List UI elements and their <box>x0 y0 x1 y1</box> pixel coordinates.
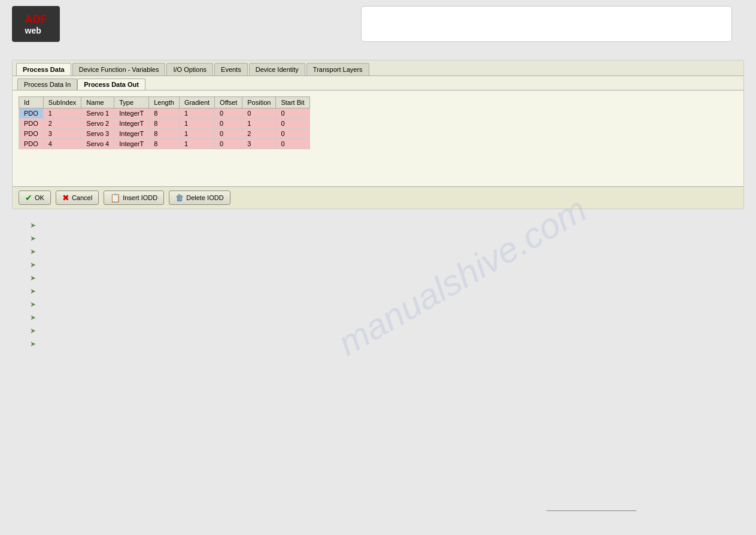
cell-position-3: 2 <box>242 129 276 139</box>
delete-icon: 🗑 <box>175 193 184 202</box>
cell-offset-1: 0 <box>215 108 242 119</box>
arrow-icon-5: ➤ <box>30 274 36 282</box>
cell-gradient-4: 1 <box>179 139 214 149</box>
cell-name-1: Servo 1 <box>81 108 114 119</box>
delete-iodd-button[interactable]: 🗑 Delete IODD <box>169 191 230 205</box>
cell-offset-4: 0 <box>215 139 242 149</box>
bottom-section: ➤ ➤ ➤ ➤ ➤ ➤ ➤ ➤ <box>12 215 744 359</box>
col-header-length: Length <box>149 97 180 108</box>
col-header-offset: Offset <box>215 97 242 108</box>
col-header-start-bit: Start Bit <box>276 97 309 108</box>
cancel-icon: ✖ <box>62 193 69 202</box>
col-header-subindex: SubIndex <box>43 97 81 108</box>
cell-gradient-3: 1 <box>179 129 214 139</box>
ok-icon: ✔ <box>25 193 32 202</box>
cell-name-4: Servo 4 <box>81 139 114 149</box>
arrow-icon-2: ➤ <box>30 234 36 243</box>
cell-id-4: PDO <box>19 139 44 149</box>
cell-startbit-2: 0 <box>276 119 309 129</box>
table-header-row: Id SubIndex Name Type Length Gradient Of… <box>19 97 310 108</box>
cell-type-2: IntegerT <box>114 119 149 129</box>
insert-iodd-button[interactable]: 📋 Insert IODD <box>104 191 164 205</box>
logo-bottom: web <box>25 26 47 35</box>
col-header-id: Id <box>19 97 44 108</box>
cell-startbit-4: 0 <box>276 139 309 149</box>
logo-top: ADF <box>25 13 47 26</box>
list-item: ➤ <box>30 327 726 335</box>
list-item: ➤ <box>30 221 726 229</box>
cancel-button[interactable]: ✖ Cancel <box>56 191 99 205</box>
cell-subindex-1: 1 <box>43 108 81 119</box>
cell-position-4: 3 <box>242 139 276 149</box>
cell-gradient-1: 1 <box>179 108 214 119</box>
ok-label: OK <box>35 194 44 201</box>
arrow-icon-4: ➤ <box>30 261 36 269</box>
delete-label: Delete IODD <box>186 194 223 201</box>
cell-offset-2: 0 <box>215 119 242 129</box>
arrow-icon-3: ➤ <box>30 247 36 256</box>
table-row[interactable]: PDO 1 Servo 1 IntegerT 8 1 0 0 0 <box>19 108 310 119</box>
cell-startbit-3: 0 <box>276 129 309 139</box>
cell-id-1: PDO <box>19 108 44 119</box>
arrow-icon-7: ➤ <box>30 300 36 309</box>
subtab-process-data-out[interactable]: Process Data Out <box>77 78 145 90</box>
cell-length-4: 8 <box>149 139 180 149</box>
cell-subindex-2: 2 <box>43 119 81 129</box>
list-item: ➤ <box>30 300 726 309</box>
table-row[interactable]: PDO 3 Servo 3 IntegerT 8 1 0 2 0 <box>19 129 310 139</box>
cell-offset-3: 0 <box>215 129 242 139</box>
tab-container: Process Data Device Function - Variables… <box>12 60 744 209</box>
cell-id-2: PDO <box>19 119 44 129</box>
table-area: Id SubIndex Name Type Length Gradient Of… <box>13 90 743 186</box>
table-row[interactable]: PDO 4 Servo 4 IntegerT 8 1 0 3 0 <box>19 139 310 149</box>
data-table: Id SubIndex Name Type Length Gradient Of… <box>19 96 310 149</box>
list-item: ➤ <box>30 313 726 322</box>
header-input-area <box>361 6 732 42</box>
arrow-icon-9: ➤ <box>30 327 36 335</box>
cell-length-3: 8 <box>149 129 180 139</box>
cell-subindex-4: 4 <box>43 139 81 149</box>
buttons-area: ✔ OK ✖ Cancel 📋 Insert IODD 🗑 Delete IOD… <box>13 186 743 208</box>
cell-position-1: 0 <box>242 108 276 119</box>
col-header-type: Type <box>114 97 149 108</box>
arrow-icon-1: ➤ <box>30 221 36 229</box>
top-tabs: Process Data Device Function - Variables… <box>13 61 743 76</box>
arrow-icon-6: ➤ <box>30 287 36 295</box>
cell-length-2: 8 <box>149 119 180 129</box>
list-item: ➤ <box>30 247 726 256</box>
cell-startbit-1: 0 <box>276 108 309 119</box>
cell-name-2: Servo 2 <box>81 119 114 129</box>
arrow-icon-8: ➤ <box>30 313 36 322</box>
header: ADF web <box>0 0 756 48</box>
insert-label: Insert IODD <box>123 194 157 201</box>
ok-button[interactable]: ✔ OK <box>19 191 51 205</box>
cell-name-3: Servo 3 <box>81 129 114 139</box>
list-item: ➤ <box>30 274 726 282</box>
tab-io-options[interactable]: I/O Options <box>166 63 213 75</box>
cell-length-1: 8 <box>149 108 180 119</box>
list-item: ➤ <box>30 340 726 348</box>
footer-line <box>546 510 636 511</box>
tab-events[interactable]: Events <box>214 63 248 75</box>
subtab-process-data-in[interactable]: Process Data In <box>17 78 77 90</box>
logo: ADF web <box>12 6 60 42</box>
cell-type-4: IntegerT <box>114 139 149 149</box>
arrow-icon-10: ➤ <box>30 340 36 348</box>
cell-id-3: PDO <box>19 129 44 139</box>
col-header-gradient: Gradient <box>179 97 214 108</box>
tab-transport-layers[interactable]: Transport Layers <box>306 63 369 75</box>
col-header-name: Name <box>81 97 114 108</box>
cell-gradient-2: 1 <box>179 119 214 129</box>
cell-type-3: IntegerT <box>114 129 149 139</box>
tab-process-data[interactable]: Process Data <box>16 63 71 75</box>
cell-type-1: IntegerT <box>114 108 149 119</box>
cell-subindex-3: 3 <box>43 129 81 139</box>
tab-device-identity[interactable]: Device Identity <box>249 63 305 75</box>
list-item: ➤ <box>30 287 726 295</box>
sub-tabs: Process Data In Process Data Out <box>13 76 743 90</box>
list-item: ➤ <box>30 234 726 243</box>
tab-device-function-variables[interactable]: Device Function - Variables <box>72 63 166 75</box>
main-content: Process Data Device Function - Variables… <box>0 48 756 365</box>
cell-position-2: 1 <box>242 119 276 129</box>
table-row[interactable]: PDO 2 Servo 2 IntegerT 8 1 0 1 0 <box>19 119 310 129</box>
